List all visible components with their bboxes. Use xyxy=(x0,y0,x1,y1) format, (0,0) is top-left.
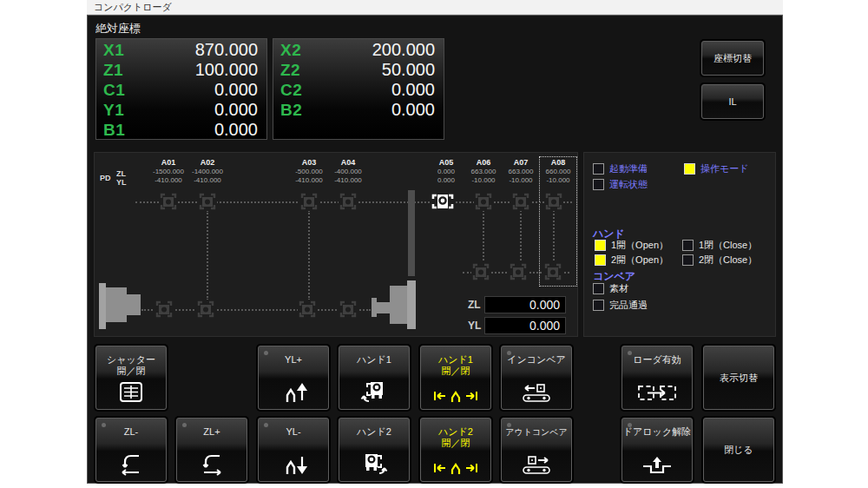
axis-value: 0.000 xyxy=(214,100,258,120)
coord-switch-button[interactable]: 座標切替 xyxy=(701,41,764,76)
right-spindle-body xyxy=(390,286,407,324)
coord-row: Z1100.000 xyxy=(96,60,266,80)
zl-plus-button[interactable]: ZL+ xyxy=(176,418,247,482)
hand-open-close-icon xyxy=(421,388,490,404)
machine-diagram-panel: PD ZL YL A01-1500.000-410.000 A02-1400.0… xyxy=(94,152,578,337)
hand-open-close-icon xyxy=(421,460,490,476)
readout-yl-value: 0.000 xyxy=(484,317,566,334)
il-button[interactable]: IL xyxy=(701,84,764,119)
checkbox[interactable] xyxy=(593,283,604,294)
hand2-button[interactable]: ハンド2 xyxy=(339,418,410,482)
hand1-open: 1開（Open） xyxy=(595,239,668,252)
checkbox[interactable] xyxy=(593,179,604,190)
hand1-button[interactable]: ハンド1 xyxy=(339,346,410,410)
coord-row: Z250.000 xyxy=(273,60,444,80)
button-led xyxy=(628,351,632,355)
axis-label: B2 xyxy=(280,101,302,120)
gripper-pos-icon xyxy=(544,192,563,211)
button-led xyxy=(264,351,268,355)
display-switch-button[interactable]: 表示切替 xyxy=(703,346,774,410)
zl-plus-icon xyxy=(177,452,247,476)
axis-label: Z1 xyxy=(103,61,123,80)
axis-value: 0.000 xyxy=(214,80,258,100)
section-title-absolute-coords: 絶対座標 xyxy=(95,21,141,36)
status-operation-mode: 操作モード xyxy=(684,162,749,175)
coord-row: X2200.000 xyxy=(273,40,444,60)
gripper-up-icon xyxy=(259,381,328,404)
loader-enable-button[interactable]: ローダ有効 xyxy=(621,346,693,410)
track-bottom-left xyxy=(141,309,371,311)
gripper-pos-icon xyxy=(299,192,319,211)
left-spindle-backplate xyxy=(99,283,106,329)
shutter-open-close-button[interactable]: シャッター 開／閉 xyxy=(95,346,167,410)
button-led xyxy=(264,423,268,427)
axis-label: C1 xyxy=(103,81,125,100)
hand2-open-close-button[interactable]: ハンド2 開／閉 xyxy=(420,418,491,482)
axis-label: Z2 xyxy=(280,61,300,80)
readout-zl-label: ZL xyxy=(468,299,481,311)
yl-plus-button[interactable]: YL+ xyxy=(258,346,329,410)
zl-minus-icon xyxy=(96,452,166,476)
checkbox[interactable] xyxy=(593,300,604,311)
button-led xyxy=(182,423,187,427)
coord-row: Y10.000 xyxy=(96,100,266,120)
yl-row-label: YL xyxy=(116,178,127,187)
axis-label: B1 xyxy=(103,121,125,140)
hand2-rotate-icon xyxy=(339,452,409,476)
conveyor-material: 素材 xyxy=(593,282,628,295)
left-spindle-chuck xyxy=(127,294,141,315)
in-conveyor-icon xyxy=(502,383,571,404)
track-vert-a06 xyxy=(483,210,484,264)
doorlock-release-button[interactable]: ドアロック解除 xyxy=(621,418,693,482)
hand1-close: 1閉（Close） xyxy=(682,239,757,252)
readout-yl-label: YL xyxy=(468,320,481,332)
axis-value: 870.000 xyxy=(195,40,258,60)
gripper-down-icon xyxy=(259,453,328,476)
gripper-pos-icon xyxy=(339,192,358,211)
loader-current-position-icon xyxy=(431,192,454,211)
checkbox[interactable] xyxy=(682,254,694,266)
gripper-pos-icon xyxy=(196,300,215,319)
checkbox[interactable] xyxy=(593,163,604,175)
station-col-a02: A02-1400.000-410.000 xyxy=(181,158,233,184)
gripper-pos-icon xyxy=(298,300,317,319)
axis-value: 0.000 xyxy=(391,80,435,100)
hand1-rotate-icon xyxy=(339,379,409,404)
checkbox[interactable] xyxy=(682,240,694,251)
axis-label: Y1 xyxy=(103,101,124,120)
axis-label: C2 xyxy=(280,81,302,100)
pd-label: PD xyxy=(100,174,111,182)
yl-minus-button[interactable]: YL- xyxy=(258,418,329,482)
shutter-grid-icon xyxy=(96,381,166,404)
checkbox[interactable] xyxy=(684,163,695,175)
checkbox[interactable] xyxy=(595,240,606,251)
axis-value: 0.000 xyxy=(391,100,435,120)
readout-zl-value: 0.000 xyxy=(484,296,566,313)
gripper-pos-icon xyxy=(543,262,562,281)
gripper-pos-icon xyxy=(198,192,217,211)
button-led xyxy=(628,423,632,427)
button-led xyxy=(507,351,511,355)
in-conveyor-button[interactable]: インコンベア xyxy=(501,346,572,410)
axis-label: X1 xyxy=(103,41,124,60)
checkbox[interactable] xyxy=(595,254,606,266)
station-col-a04: A04-400.000-410.000 xyxy=(322,158,374,184)
axis-value: 200.000 xyxy=(372,40,435,60)
doorlock-release-icon xyxy=(622,455,692,476)
close-button[interactable]: 閉じる xyxy=(703,418,774,482)
right-spindle-backplate xyxy=(407,280,416,329)
hand1-open-close-button[interactable]: ハンド1 開／閉 xyxy=(420,346,491,410)
gripper-pos-icon xyxy=(471,262,490,281)
coord-row: B20.000 xyxy=(273,100,444,120)
status-run-state: 運転状態 xyxy=(593,178,648,191)
track-vert-a07 xyxy=(520,210,522,264)
coord-row: C10.000 xyxy=(96,80,266,100)
button-led xyxy=(102,423,106,427)
button-led xyxy=(507,423,511,427)
out-conveyor-button[interactable]: アウトコンベア xyxy=(501,418,572,482)
axis-value: 0.000 xyxy=(214,120,258,140)
gripper-pos-icon xyxy=(511,192,530,211)
gripper-pos-icon xyxy=(339,300,358,319)
zl-minus-button[interactable]: ZL- xyxy=(95,418,167,482)
conveyor-finished-pass: 完品通過 xyxy=(593,299,648,312)
